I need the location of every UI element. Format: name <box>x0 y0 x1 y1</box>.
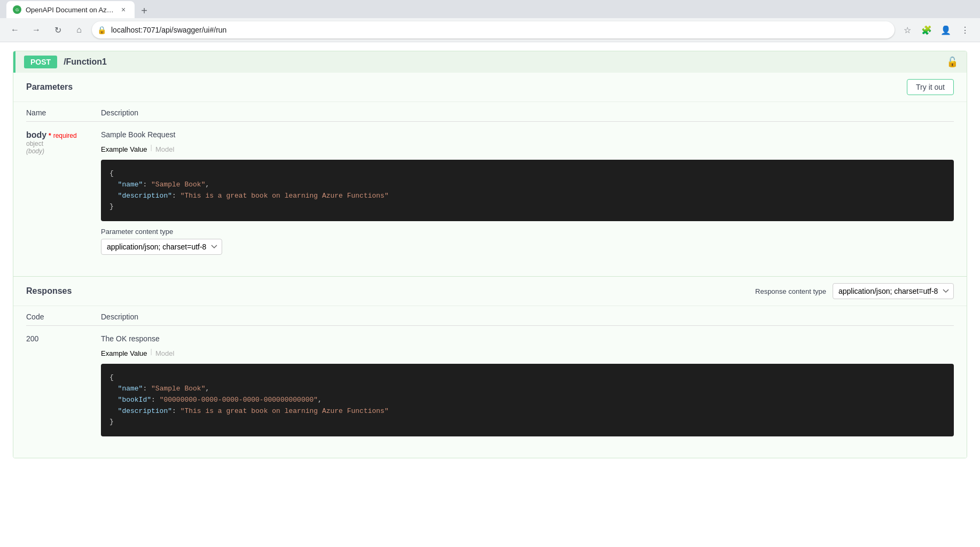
params-desc-col-header: Description <box>101 102 954 122</box>
try-it-out-button[interactable]: Try it out <box>907 79 954 95</box>
model-tab[interactable]: Model <box>155 143 174 155</box>
menu-button[interactable]: ⋮ <box>957 21 974 38</box>
tab-favicon: G <box>13 5 21 14</box>
response-ct-label: Response content type <box>755 287 826 295</box>
tab-bar: G OpenAPI Document on Azure Fu × + <box>0 0 980 18</box>
parameters-title: Parameters <box>26 82 73 92</box>
body-param-type: object <box>26 140 101 147</box>
operation-header[interactable]: POST /Function1 🔓 <box>13 51 967 73</box>
svg-text:G: G <box>15 7 19 12</box>
forward-button[interactable]: → <box>28 21 45 38</box>
response-example-value-tab[interactable]: Example Value <box>101 347 147 360</box>
lock-icon: 🔓 <box>946 56 958 68</box>
responses-table-wrapper: Code Description 200 The OK response <box>13 306 967 458</box>
body-param-desc-cell: Sample Book Request Example Value | Mode… <box>101 122 954 264</box>
params-name-col-header: Name <box>26 102 101 122</box>
responses-table: Code Description 200 The OK response <box>26 306 954 445</box>
response-content-type-select[interactable]: application/json; charset=utf-8 applicat… <box>833 283 954 299</box>
address-bar-wrapper: 🔒 <box>92 21 895 38</box>
body-param-required-label: required <box>53 132 77 139</box>
bookmark-star-button[interactable]: ☆ <box>899 21 916 38</box>
body-param-name: body <box>26 130 46 139</box>
active-tab[interactable]: G OpenAPI Document on Azure Fu × <box>6 1 135 18</box>
profile-button[interactable]: 👤 <box>937 21 954 38</box>
page-content: POST /Function1 🔓 Parameters Try it out … <box>0 42 980 528</box>
response-200-desc-cell: The OK response Example Value | Model { … <box>101 326 954 445</box>
refresh-button[interactable]: ↻ <box>49 21 66 38</box>
body-param-code-block: { "name": "Sample Book", "description": … <box>101 160 954 221</box>
body-param-row: body * required object (body) Sample Boo… <box>26 122 954 264</box>
back-button[interactable]: ← <box>6 21 23 38</box>
responses-desc-col-header: Description <box>101 306 954 326</box>
home-button[interactable]: ⌂ <box>70 21 88 38</box>
address-bar-row: ← → ↻ ⌂ 🔒 ☆ 🧩 👤 ⋮ <box>0 18 980 42</box>
swagger-section: POST /Function1 🔓 Parameters Try it out … <box>13 51 967 458</box>
parameters-section: Parameters Try it out Name Description <box>13 73 967 276</box>
tab-close-button[interactable]: × <box>119 5 128 14</box>
response-200-row: 200 The OK response Example Value | Mode… <box>26 326 954 445</box>
response-200-code-cell: 200 <box>26 326 101 445</box>
swagger-wrapper: POST /Function1 🔓 Parameters Try it out … <box>0 42 980 475</box>
response-200-description: The OK response <box>101 334 954 343</box>
body-param-location: (body) <box>26 147 101 155</box>
response-model-tab[interactable]: Model <box>155 347 174 360</box>
example-value-tabs: Example Value | Model <box>101 143 954 155</box>
operation-path: /Function1 <box>64 57 940 67</box>
content-type-select[interactable]: application/json; charset=utf-8 applicat… <box>101 239 222 255</box>
method-badge: POST <box>24 56 57 68</box>
extension-button[interactable]: 🧩 <box>918 21 935 38</box>
response-example-tabs: Example Value | Model <box>101 347 954 360</box>
params-table-wrapper: Name Description body * required object <box>13 102 967 276</box>
responses-code-col-header: Code <box>26 306 101 326</box>
response-200-code-block: { "name": "Sample Book", "bookId": "0000… <box>101 364 954 436</box>
parameters-header: Parameters Try it out <box>13 73 967 102</box>
tab-separator: | <box>150 143 152 155</box>
new-tab-button[interactable]: + <box>137 3 152 18</box>
response-content-type-wrapper: Response content type application/json; … <box>755 283 954 299</box>
tab-title: OpenAPI Document on Azure Fu <box>26 6 114 14</box>
content-type-label: Parameter content type <box>101 228 954 236</box>
body-param-description: Sample Book Request <box>101 130 954 139</box>
address-security-icon: 🔒 <box>97 26 106 34</box>
responses-header: Responses Response content type applicat… <box>13 277 967 306</box>
response-tab-separator: | <box>150 347 152 360</box>
body-param-required-star: * <box>49 132 51 139</box>
address-input[interactable] <box>92 21 895 38</box>
params-table: Name Description body * required object <box>26 102 954 263</box>
responses-title: Responses <box>26 286 72 296</box>
browser-chrome: G OpenAPI Document on Azure Fu × + ← → ↻… <box>0 0 980 42</box>
responses-section: Responses Response content type applicat… <box>13 276 967 458</box>
example-value-tab[interactable]: Example Value <box>101 143 147 155</box>
body-param-name-cell: body * required object (body) <box>26 122 101 264</box>
response-200-code: 200 <box>26 334 38 343</box>
toolbar-icons: ☆ 🧩 👤 ⋮ <box>899 21 974 38</box>
